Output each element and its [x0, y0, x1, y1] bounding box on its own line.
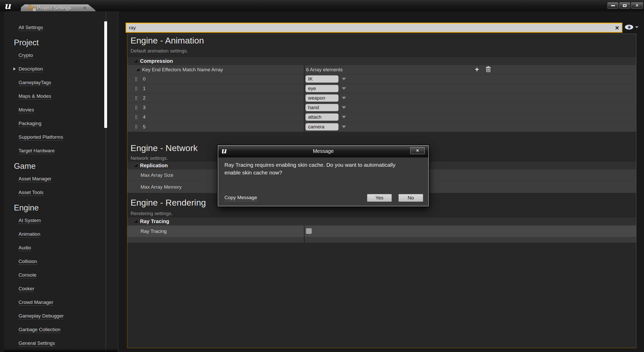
collapse-triangle-icon[interactable]	[134, 164, 137, 167]
settings-search-bar[interactable]: ×	[126, 23, 622, 33]
sidebar-item-crowd-manager[interactable]: Crowd Manager	[19, 300, 118, 309]
sidebar-scrollbar-thumb[interactable]	[104, 21, 107, 128]
array-element-row[interactable]: 1 eye	[127, 84, 636, 93]
close-button[interactable]: ×	[631, 2, 643, 9]
name-field[interactable]: IK	[306, 75, 338, 83]
drag-handle-icon[interactable]	[135, 125, 137, 129]
maximize-button[interactable]	[619, 2, 630, 9]
sidebar-item-label[interactable]: Target Hardware	[19, 148, 55, 154]
minimize-button[interactable]	[607, 2, 618, 9]
name-field[interactable]: weapon	[306, 94, 338, 102]
sidebar-item-label[interactable]: Maps & Modes	[19, 93, 51, 100]
sidebar-item-label[interactable]: Animation	[19, 231, 40, 237]
no-button[interactable]: No	[398, 194, 423, 202]
delete-array-icon[interactable]	[486, 66, 491, 73]
collapse-triangle-icon[interactable]	[134, 60, 137, 63]
name-field[interactable]: eye	[306, 85, 338, 92]
search-input[interactable]	[129, 25, 615, 31]
settings-sidebar: All Settings Project Crypto Description …	[4, 11, 118, 352]
dropdown-caret-icon[interactable]	[342, 78, 346, 80]
array-header-row[interactable]: Key End Effectors Match Name Array 6 Arr…	[127, 65, 636, 74]
sidebar-item-label[interactable]: AI System	[19, 218, 41, 224]
sidebar-item-gameplay-debugger[interactable]: Gameplay Debugger	[19, 313, 118, 323]
drag-handle-icon[interactable]	[135, 77, 137, 81]
property-row-ray-tracing[interactable]: Ray Tracing	[127, 225, 636, 237]
tab-close-icon[interactable]: ×	[83, 5, 86, 11]
tab-project-settings[interactable]: Project Settings ×	[21, 4, 96, 11]
dropdown-caret-icon[interactable]	[342, 116, 346, 118]
copy-message-link[interactable]: Copy Message	[224, 195, 257, 201]
sidebar-item-supported-platforms[interactable]: Supported Platforms	[19, 134, 118, 144]
sidebar-item-ai-system[interactable]: AI System	[19, 218, 118, 227]
sidebar-item-cooker[interactable]: Cooker	[19, 286, 118, 296]
chevron-down-icon[interactable]	[635, 26, 639, 28]
sidebar-item-label[interactable]: Crowd Manager	[19, 300, 53, 306]
sidebar-item-label[interactable]: General Settings	[19, 340, 55, 347]
sidebar-item-asset-tools[interactable]: Asset Tools	[19, 190, 118, 199]
dropdown-caret-icon[interactable]	[342, 126, 346, 128]
name-field[interactable]: hand	[306, 104, 338, 111]
sidebar-item-console[interactable]: Console	[19, 272, 118, 282]
collapse-triangle-icon[interactable]	[136, 68, 140, 71]
name-field[interactable]: attach	[306, 113, 338, 121]
sidebar-item-description[interactable]: Description	[19, 66, 118, 76]
drag-handle-icon[interactable]	[135, 86, 137, 91]
dropdown-caret-icon[interactable]	[342, 97, 346, 99]
sidebar-item-label[interactable]: Supported Platforms	[19, 134, 63, 140]
sidebar-item-crypto[interactable]: Crypto	[19, 52, 118, 62]
sidebar-item-collision[interactable]: Collision	[19, 259, 118, 268]
sidebar-item-label[interactable]: Console	[19, 272, 37, 278]
sidebar-item-label[interactable]: Cooker	[19, 286, 34, 292]
sidebar-item-label[interactable]: Asset Tools	[19, 190, 43, 196]
sidebar-item-target-hardware[interactable]: Target Hardware	[19, 148, 118, 158]
sidebar-item-label[interactable]: Asset Manager	[19, 176, 51, 182]
array-element-row[interactable]: 0 IK	[127, 74, 636, 84]
view-options[interactable]	[625, 25, 639, 30]
category-compression[interactable]: Compression	[127, 57, 636, 65]
category-ray-tracing[interactable]: Ray Tracing	[127, 217, 636, 225]
sidebar-item-gameplaytags[interactable]: GameplayTags	[19, 80, 118, 90]
column-divider[interactable]	[304, 225, 304, 237]
drag-handle-icon[interactable]	[135, 96, 137, 100]
sidebar-item-all-settings[interactable]: All Settings	[19, 25, 43, 31]
sidebar-item-maps-modes[interactable]: Maps & Modes	[19, 93, 118, 103]
array-element-row[interactable]: 3 hand	[127, 103, 636, 112]
sidebar-item-animation[interactable]: Animation	[19, 231, 118, 241]
sidebar-item-label[interactable]: Garbage Collection	[19, 327, 60, 333]
drag-handle-icon[interactable]	[135, 115, 137, 119]
search-clear-icon[interactable]: ×	[615, 24, 619, 31]
sidebar-item-label[interactable]: Audio	[19, 245, 31, 251]
add-element-icon[interactable]: +	[475, 66, 479, 73]
element-index: 1	[143, 86, 146, 91]
sidebar-item-label[interactable]: Description	[19, 66, 43, 72]
array-element-row[interactable]: 5 camera	[127, 122, 636, 131]
dialog-titlebar[interactable]: u Message ×	[218, 146, 428, 157]
sidebar-item-label[interactable]: Packaging	[19, 121, 41, 127]
name-field[interactable]: camera	[306, 123, 338, 130]
ray-tracing-checkbox[interactable]	[306, 228, 312, 234]
sidebar-item-label[interactable]: Movies	[19, 107, 34, 113]
maximize-icon	[623, 4, 626, 7]
eye-icon[interactable]	[625, 25, 633, 30]
drag-handle-icon[interactable]	[135, 105, 137, 110]
expand-arrow-icon[interactable]	[13, 67, 16, 71]
array-element-row[interactable]: 2 weapon	[127, 93, 636, 103]
sidebar-item-audio[interactable]: Audio	[19, 245, 118, 255]
sidebar-item-packaging[interactable]: Packaging	[19, 121, 118, 130]
sidebar-item-garbage-collection[interactable]: Garbage Collection	[19, 327, 118, 337]
dialog-close-button[interactable]: ×	[410, 147, 425, 154]
sidebar-item-label[interactable]: Crypto	[19, 52, 33, 59]
sidebar-item-movies[interactable]: Movies	[19, 107, 118, 117]
sidebar-item-label[interactable]: Collision	[19, 259, 37, 265]
element-index: 2	[143, 95, 146, 101]
dropdown-caret-icon[interactable]	[342, 87, 346, 90]
array-element-row[interactable]: 4 attach	[127, 112, 636, 122]
sidebar-item-label[interactable]: GameplayTags	[19, 80, 51, 86]
dropdown-caret-icon[interactable]	[342, 106, 346, 109]
property-label: Ray Tracing	[141, 228, 167, 234]
yes-button[interactable]: Yes	[367, 194, 392, 202]
collapse-triangle-icon[interactable]	[134, 220, 137, 223]
sidebar-item-label[interactable]: Gameplay Debugger	[19, 313, 64, 319]
section-title-rendering: Engine - Rendering	[130, 198, 206, 208]
sidebar-item-asset-manager[interactable]: Asset Manager	[19, 176, 118, 186]
